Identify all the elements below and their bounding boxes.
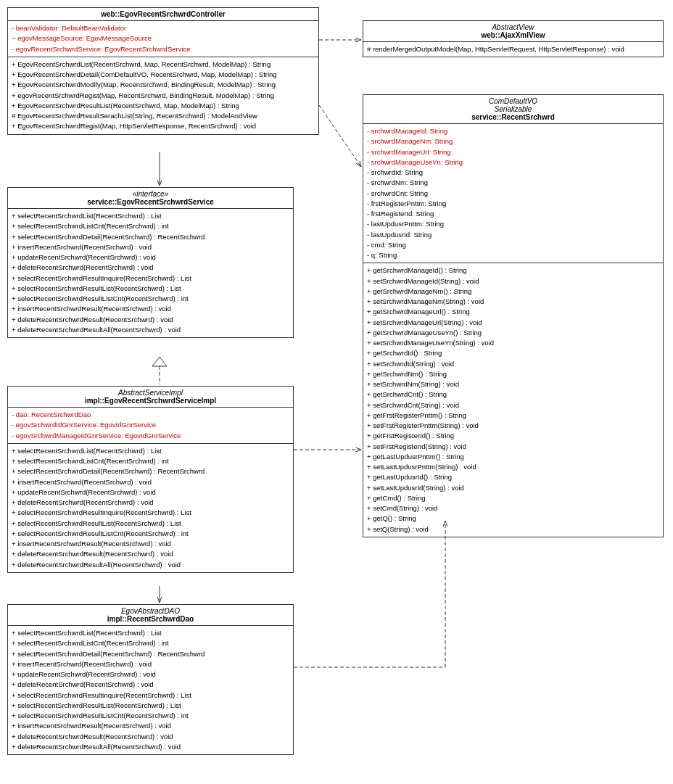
vo-method-14: + setSrchwrdCnt(String) : void [367, 400, 659, 410]
impl-method-6: + deleteRecentSrchwrd(RecentSrchwrd) : v… [12, 498, 289, 508]
controller-fields: - beanValidator: DefaultBeanValidator ~ … [8, 21, 318, 57]
egovabstractdao-stereotype: EgovAbstractDAO [12, 607, 289, 615]
vo-field-11: - lastUpdusrId: String [367, 230, 659, 240]
vo-method-17: + getFrstRegisterId() : String [367, 431, 659, 441]
svc-method-1: + selectRecentSrchwrdList(RecentSrchwrd)… [12, 211, 289, 221]
ajax-method-1: # renderMergedOutputModel(Map, HttpServl… [367, 44, 659, 54]
ajax-view-box: AbstractView web::AjaxXmlView # renderMe… [363, 20, 664, 57]
dao-method-10: + insertRecentSrchwrdResult(RecentSrchwr… [12, 721, 289, 731]
ajax-view-stereotype: AbstractView [367, 23, 659, 31]
serviceimpl-box: AbstractServiceImpl impl::EgovRecentSrch… [7, 386, 294, 573]
impl-method-9: + selectRecentSrchwrdResultListCnt(Recen… [12, 529, 289, 539]
serviceimpl-methods: + selectRecentSrchwrdList(RecentSrchwrd)… [8, 444, 293, 572]
vo-method-2: + setSrchwrdManageId(String) : void [367, 276, 659, 286]
arrow-controller-vo [319, 105, 361, 167]
method-3: + EgovRecentSrchwrdModify(Map, RecentSrc… [12, 80, 315, 90]
impl-field-3: - egovSrchwrdManageIdGnrService: EgovIdG… [12, 431, 289, 441]
method-7: + EgovRecentSrchwrdRegist(Map, HttpServl… [12, 121, 315, 131]
impl-method-3: + selectRecentSrchwrdDetail(RecentSrchwr… [12, 466, 289, 476]
dao-method-11: + deleteRecentSrchwrdResult(RecentSrchwr… [12, 732, 289, 742]
field-3: - egovRecentSrchwrdService: EgovRecentSr… [12, 44, 315, 54]
dao-methods: + selectRecentSrchwrdList(RecentSrchwrd)… [8, 626, 293, 754]
vo-method-9: + getSrchwrdId() : String [367, 348, 659, 358]
svc-method-11: + deleteRecentSrchwrdResult(RecentSrchwr… [12, 315, 289, 325]
service-interface-methods: + selectRecentSrchwrdList(RecentSrchwrd)… [8, 209, 293, 337]
diagram-container: web::EgovRecentSrchwrdController - beanV… [0, 0, 673, 784]
svc-method-2: + selectRecentSrchwrdListCnt(RecentSrchw… [12, 221, 289, 231]
svc-method-9: + selectRecentSrchwrdResultListCnt(Recen… [12, 294, 289, 304]
vo-field-9: - frstRegisterId: String [367, 209, 659, 219]
vo-field-8: - frstRegisterPnttm: String [367, 199, 659, 209]
serializable-stereotype: Serializable [367, 105, 659, 113]
dao-title: EgovAbstractDAO impl::RecentSrchwrdDao [8, 605, 293, 626]
method-4: + egovRecentSrchwrdRegist(Map, RecentSrc… [12, 91, 315, 101]
service-interface-classname: service::EgovRecentSrchwrdService [12, 198, 289, 206]
vo-field-12: - cmd: String [367, 240, 659, 250]
impl-field-1: - dao: RecentSrchwrdDao [12, 410, 289, 420]
svc-method-6: + deleteRecentSrchwrd(RecentSrchwrd) : v… [12, 263, 289, 273]
vo-method-3: + getSrchwrdManageNm() : String [367, 286, 659, 297]
abstractserviceimpl-stereotype: AbstractServiceImpl [12, 389, 289, 397]
method-5: + EgovRecentSrchwrdResultList(RecentSrch… [12, 101, 315, 111]
controller-box: web::EgovRecentSrchwrdController - beanV… [7, 7, 319, 135]
vo-method-23: + getCmd() : String [367, 493, 659, 503]
comdefaultvo-classname: service::RecentSrchwrd [367, 113, 659, 121]
dao-method-9: + selectRecentSrchwrdResultListCnt(Recen… [12, 711, 289, 721]
dao-method-4: + insertRecentSrchwrd(RecentSrchwrd) : v… [12, 659, 289, 669]
impl-method-4: + insertRecentSrchwrd(RecentSrchwrd) : v… [12, 477, 289, 487]
vo-method-1: + getSrchwrdManageId() : String [367, 265, 659, 276]
vo-method-26: + setQ(String) : void [367, 524, 659, 535]
controller-classname: web::EgovRecentSrchwrdController [12, 10, 315, 18]
serviceimpl-fields: - dao: RecentSrchwrdDao - egovSrchwrdIdG… [8, 408, 293, 444]
vo-method-6: + setSrchwrdManageUrl(String) : void [367, 318, 659, 328]
controller-title: web::EgovRecentSrchwrdController [8, 8, 318, 21]
impl-method-12: + deleteRecentSrchwrdResultAll(RecentSrc… [12, 560, 289, 570]
dao-method-1: + selectRecentSrchwrdList(RecentSrchwrd)… [12, 628, 289, 638]
vo-method-18: + setFrstRegisterId(String) : void [367, 442, 659, 452]
ajax-view-title: AbstractView web::AjaxXmlView [363, 21, 663, 42]
impl-method-2: + selectRecentSrchwrdListCnt(RecentSrchw… [12, 456, 289, 466]
field-2: ~ egovMessageSource: EgovMessageSource [12, 33, 315, 44]
svc-method-12: + deleteRecentSrchwrdResultAll(RecentSrc… [12, 325, 289, 335]
comdefaultvo-box: ComDefaultVO Serializable service::Recen… [363, 94, 664, 537]
vo-method-24: + setCmd(String) : void [367, 503, 659, 513]
svc-method-4: + insertRecentSrchwrd(RecentSrchwrd) : v… [12, 242, 289, 252]
controller-methods: + EgovRecentSrchwrdList(RecentSrchwrd, M… [8, 57, 318, 134]
impl-method-10: + insertRecentSrchwrdResult(RecentSrchwr… [12, 539, 289, 549]
service-interface-title: «interface» service::EgovRecentSrchwrdSe… [8, 188, 293, 209]
impl-method-7: + selectRecentSrchwrdResultInquire(Recen… [12, 508, 289, 518]
vo-field-5: - srchwrdId: String [367, 168, 659, 178]
svc-method-3: + selectRecentSrchwrdDetail(RecentSrchwr… [12, 232, 289, 242]
dao-method-5: + updateRecentSrchwrd(RecentSrchwrd) : v… [12, 669, 289, 680]
vo-method-16: + setFrstRegisterPnttm(String) : void [367, 421, 659, 431]
vo-field-3: - srchwrdManageUrl: String [367, 147, 659, 157]
dao-method-12: + deleteRecentSrchwrdResultAll(RecentSrc… [12, 742, 289, 752]
interface-stereotype: «interface» [12, 190, 289, 198]
vo-field-4: - srchwrdManageUseYn: String [367, 157, 659, 168]
vo-method-4: + setSrchwrdManageNm(String) : void [367, 297, 659, 307]
vo-method-5: + getSrchwrdManageUrl() : String [367, 307, 659, 317]
field-1: - beanValidator: DefaultBeanValidator [12, 23, 315, 33]
serviceimpl-title: AbstractServiceImpl impl::EgovRecentSrch… [8, 387, 293, 408]
svc-method-8: + selectRecentSrchwrdResultList(RecentSr… [12, 284, 289, 294]
dao-classname: impl::RecentSrchwrdDao [12, 615, 289, 623]
vo-field-10: - lastUpdusrPnttm: String [367, 219, 659, 229]
arrow-service-impl-triangle [152, 357, 167, 366]
vo-method-20: + setLastUpdusrPnttm(String) : void [367, 462, 659, 472]
vo-field-13: - q: String [367, 250, 659, 260]
method-2: + EgovRecentSrchwrdDetail(ComDefaultVO, … [12, 70, 315, 80]
vo-method-10: + setSrchwrdId(String) : void [367, 359, 659, 369]
impl-method-11: + deleteRecentSrchwrdResult(RecentSrchwr… [12, 549, 289, 559]
vo-method-25: + getQ() : String [367, 513, 659, 524]
ajax-view-methods: # renderMergedOutputModel(Map, HttpServl… [363, 42, 663, 57]
impl-field-2: - egovSrchwrdIdGnrService: EgovIdGnrServ… [12, 420, 289, 430]
method-1: + EgovRecentSrchwrdList(RecentSrchwrd, M… [12, 59, 315, 70]
vo-method-11: + getSrchwrdNm() : String [367, 369, 659, 379]
comdefaultvo-title: ComDefaultVO Serializable service::Recen… [363, 95, 663, 124]
dao-method-6: + deleteRecentSrchwrd(RecentSrchwrd) : v… [12, 680, 289, 690]
dao-method-8: + selectRecentSrchwrdResultList(RecentSr… [12, 701, 289, 711]
vo-method-12: + setSrchwrdNm(String) : void [367, 379, 659, 389]
dao-box: EgovAbstractDAO impl::RecentSrchwrdDao +… [7, 604, 294, 755]
svc-method-7: + selectRecentSrchwrdResultInquire(Recen… [12, 273, 289, 284]
comdefaultvo-stereotype: ComDefaultVO [367, 97, 659, 105]
